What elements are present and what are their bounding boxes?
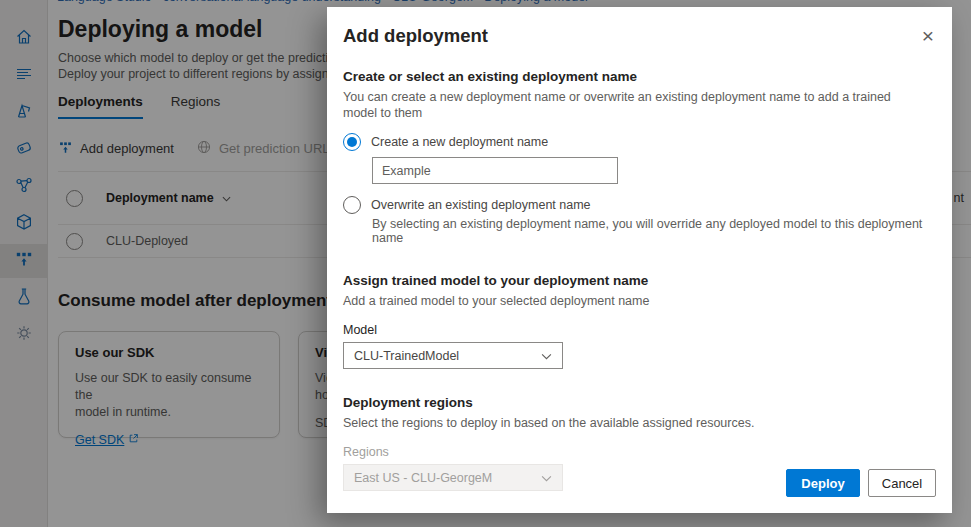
name-section-heading: Create or select an existing deployment … bbox=[343, 69, 928, 84]
close-icon[interactable]: × bbox=[922, 25, 934, 46]
regions-section-heading: Deployment regions bbox=[343, 395, 928, 410]
name-section-description: You can create a new deployment name or … bbox=[343, 89, 918, 121]
add-deployment-dialog: Add deployment × Create or select an exi… bbox=[327, 7, 952, 513]
chevron-down-icon bbox=[541, 349, 552, 363]
model-section-heading: Assign trained model to your deployment … bbox=[343, 273, 928, 288]
regions-dropdown-value: East US - CLU-GeorgeM bbox=[354, 471, 492, 485]
deployment-name-input[interactable] bbox=[372, 157, 618, 184]
deploy-button[interactable]: Deploy bbox=[786, 469, 860, 497]
radio-selected-icon[interactable] bbox=[343, 133, 361, 151]
overwrite-existing-radio[interactable]: Overwrite an existing deployment name bbox=[343, 196, 928, 214]
regions-label: Regions bbox=[343, 445, 928, 459]
model-section-description: Add a trained model to your selected dep… bbox=[343, 293, 918, 309]
cancel-button[interactable]: Cancel bbox=[868, 469, 936, 497]
overwrite-note: By selecting an existing deployment name… bbox=[372, 217, 928, 245]
radio-unselected-icon[interactable] bbox=[343, 196, 361, 214]
model-dropdown[interactable]: CLU-TrainedModel bbox=[343, 342, 563, 369]
regions-section-description: Select the regions to deploy in based on… bbox=[343, 415, 918, 431]
dialog-title: Add deployment bbox=[343, 25, 928, 47]
model-label: Model bbox=[343, 323, 928, 337]
model-dropdown-value: CLU-TrainedModel bbox=[354, 349, 459, 363]
dialog-footer: Deploy Cancel bbox=[786, 469, 936, 497]
create-new-radio[interactable]: Create a new deployment name bbox=[343, 133, 928, 151]
regions-dropdown[interactable]: East US - CLU-GeorgeM bbox=[343, 464, 563, 491]
chevron-down-icon bbox=[541, 471, 552, 485]
